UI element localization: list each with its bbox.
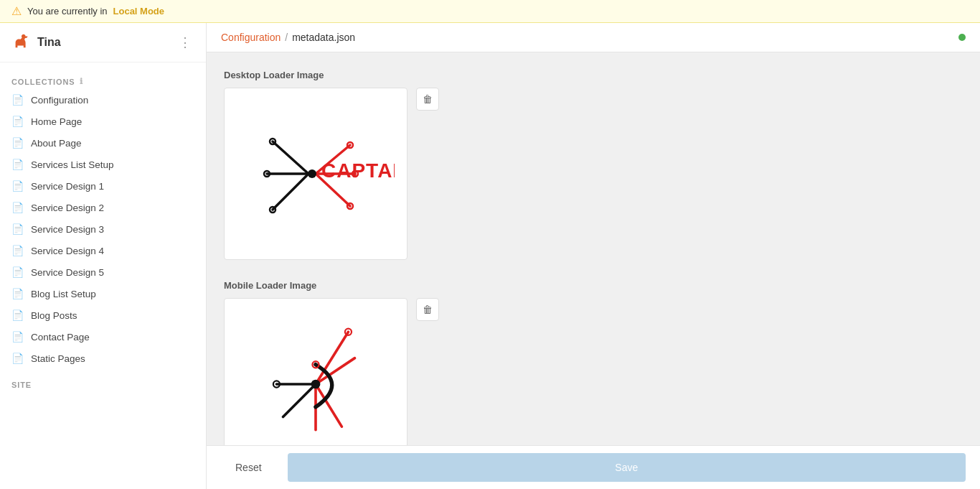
breadcrumb-bar: Configuration / metadata.json: [207, 23, 980, 52]
collections-label: COLLECTIONS ℹ: [0, 71, 206, 89]
sidebar-item-blog-posts[interactable]: 📄 Blog Posts: [0, 304, 206, 326]
doc-icon: 📄: [11, 94, 24, 106]
sidebar-item-label: Service Design 1: [31, 181, 104, 192]
sidebar-item-label: Configuration: [31, 95, 88, 106]
svg-point-22: [311, 380, 321, 389]
doc-icon: 📄: [11, 137, 24, 149]
mobile-loader-label: Mobile Loader Image: [224, 280, 963, 291]
svg-line-4: [273, 174, 308, 210]
sidebar-menu-button[interactable]: ⋮: [176, 32, 194, 53]
breadcrumb-current: metadata.json: [292, 32, 355, 43]
sidebar-header: Tina ⋮: [0, 23, 206, 62]
svg-text:CAPTALINE: CAPTALINE: [321, 159, 395, 182]
sidebar-item-label: About Page: [31, 138, 82, 149]
svg-line-16: [316, 358, 355, 384]
sidebar-item-configuration[interactable]: 📄 Configuration: [0, 89, 206, 111]
status-dot: [958, 34, 966, 41]
reset-button[interactable]: Reset: [221, 455, 276, 480]
sidebar-item-blog-list-setup[interactable]: 📄 Blog List Setup: [0, 283, 206, 304]
sidebar-item-static-pages[interactable]: 📄 Static Pages: [0, 348, 206, 369]
doc-icon: 📄: [11, 245, 24, 256]
mobile-loader-section: Mobile Loader Image: [224, 280, 963, 470]
mode-label: Local Mode: [113, 6, 165, 17]
sidebar-item-label: Service Design 3: [31, 224, 104, 235]
save-button[interactable]: Save: [288, 453, 966, 482]
desktop-loader-delete-button[interactable]: 🗑: [416, 88, 439, 111]
info-icon[interactable]: ℹ: [80, 77, 83, 86]
captaline-mobile-logo: [258, 312, 373, 456]
desktop-loader-label: Desktop Loader Image: [224, 70, 963, 80]
sidebar-item-contact-page[interactable]: 📄 Contact Page: [0, 326, 206, 348]
mobile-loader-delete-button[interactable]: 🗑: [416, 298, 439, 321]
svg-line-0: [273, 141, 308, 174]
svg-line-14: [316, 332, 348, 384]
sidebar-item-service-design-5[interactable]: 📄 Service Design 5: [0, 261, 206, 283]
sidebar-item-service-design-3[interactable]: 📄 Service Design 3: [0, 218, 206, 240]
content-scroll[interactable]: Desktop Loader Image: [207, 52, 980, 489]
sidebar: Tina ⋮ COLLECTIONS ℹ 📄 Configuration 📄 H…: [0, 23, 207, 489]
logo-text: Tina: [37, 36, 61, 49]
doc-icon: 📄: [11, 288, 24, 299]
logo-area: Tina: [11, 32, 61, 52]
warning-icon: ⚠: [11, 4, 22, 18]
sidebar-item-service-design-4[interactable]: 📄 Service Design 4: [0, 240, 206, 261]
doc-icon: 📄: [11, 266, 24, 278]
sidebar-item-home-page[interactable]: 📄 Home Page: [0, 111, 206, 132]
svg-point-12: [308, 169, 316, 178]
doc-icon: 📄: [11, 159, 24, 170]
doc-icon: 📄: [11, 116, 24, 127]
llama-icon: [11, 32, 32, 52]
doc-icon: 📄: [11, 353, 24, 364]
mobile-loader-upload: 🗑: [224, 298, 963, 470]
sidebar-item-label: Service Design 4: [31, 246, 104, 256]
breadcrumb-separator: /: [285, 32, 288, 43]
banner-text: You are currently in: [27, 6, 108, 17]
captaline-desktop-logo: CAPTALINE: [237, 102, 395, 246]
mobile-loader-box[interactable]: [224, 298, 407, 470]
bottom-bar: Reset Save: [207, 445, 980, 489]
desktop-loader-box[interactable]: CAPTALINE: [224, 88, 407, 260]
sidebar-item-label: Service Design 2: [31, 202, 104, 213]
sidebar-item-about-page[interactable]: 📄 About Page: [0, 132, 206, 154]
svg-line-19: [283, 384, 316, 416]
sidebar-item-label: Services List Setup: [31, 159, 114, 170]
desktop-loader-section: Desktop Loader Image: [224, 70, 963, 260]
desktop-loader-upload: CAPTALINE 🗑: [224, 88, 963, 260]
sidebar-item-service-design-2[interactable]: 📄 Service Design 2: [0, 197, 206, 218]
sidebar-item-services-list-setup[interactable]: 📄 Services List Setup: [0, 154, 206, 175]
doc-icon: 📄: [11, 223, 24, 235]
sidebar-item-label: Home Page: [31, 116, 82, 127]
doc-icon: 📄: [11, 180, 24, 192]
sidebar-item-label: Service Design 5: [31, 267, 104, 278]
sidebar-scroll[interactable]: COLLECTIONS ℹ 📄 Configuration 📄 Home Pag…: [0, 62, 206, 489]
doc-icon: 📄: [11, 331, 24, 343]
site-section-label: SITE: [0, 369, 206, 392]
sidebar-item-label: Blog Posts: [31, 310, 77, 321]
sidebar-item-label: Static Pages: [31, 353, 85, 364]
breadcrumb: Configuration / metadata.json: [221, 32, 355, 43]
content-area: Configuration / metadata.json Desktop Lo…: [207, 23, 980, 489]
sidebar-item-label: Blog List Setup: [31, 289, 96, 299]
doc-icon: 📄: [11, 202, 24, 213]
doc-icon: 📄: [11, 309, 24, 321]
breadcrumb-link[interactable]: Configuration: [221, 32, 281, 43]
sidebar-item-service-design-1[interactable]: 📄 Service Design 1: [0, 175, 206, 197]
sidebar-item-label: Contact Page: [31, 332, 90, 343]
local-mode-banner: ⚠ You are currently in Local Mode: [0, 0, 980, 23]
